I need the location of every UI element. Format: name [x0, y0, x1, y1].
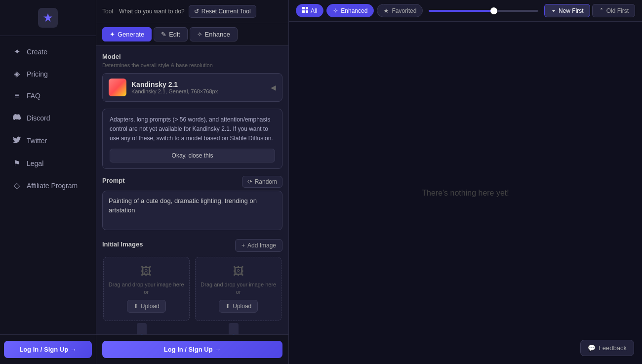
model-section-sublabel: Determines the overall style & base reso… [102, 62, 282, 68]
close-warning-button[interactable]: Okay, close this [110, 149, 275, 162]
sidebar: ✦ Create ◈ Pricing ≡ FAQ Discord [0, 0, 96, 364]
upload-btn-label-1: Upload [141, 303, 160, 310]
upload-btn-icon-1: ⬆ [133, 303, 138, 310]
svg-rect-1 [306, 7, 308, 9]
image-slot-1: 🖼 Drag and drop your image here or ⬆ Upl… [102, 257, 191, 334]
slider-container [426, 10, 541, 12]
legal-icon: ⚑ [12, 159, 22, 168]
right-content: There's nothing here yet! [289, 22, 642, 364]
sidebar-item-label-twitter: Twitter [27, 137, 47, 145]
model-card[interactable]: Kandinsky 2.1 Kandinsky 2.1, General, 76… [102, 73, 282, 102]
sidebar-item-pricing[interactable]: ◈ Pricing [4, 63, 92, 84]
model-section: Model Determines the overall style & bas… [102, 53, 282, 102]
main-login-label: Log In / Sign Up → [164, 346, 221, 353]
warning-text: Adapters, long prompts (> 56 words), and… [110, 116, 273, 142]
add-image-label: Add Image [247, 242, 276, 249]
filter-favorited-label: Favorited [392, 7, 416, 14]
sidebar-item-label-faq: FAQ [27, 92, 40, 100]
model-arrow-icon: ◀ [271, 83, 276, 91]
enhance-icon: ✧ [197, 31, 202, 38]
tab-generate[interactable]: ✦ Generate [102, 27, 152, 41]
random-icon: ⟳ [247, 178, 252, 185]
upload-button-2[interactable]: ⬆ Upload [219, 300, 258, 313]
pricing-icon: ◈ [12, 69, 22, 79]
tab-enhance[interactable]: ✧ Enhance [190, 27, 238, 41]
favorited-icon: ★ [383, 7, 389, 14]
prompt-header: Prompt ⟳ Random [102, 176, 282, 188]
image-slots: 🖼 Drag and drop your image here or ⬆ Upl… [102, 257, 282, 334]
feedback-button[interactable]: 💬 Feedback [580, 340, 634, 356]
sidebar-login-button[interactable]: Log In / Sign Up → [4, 341, 92, 358]
upload-or-text-1: or [144, 288, 149, 296]
main-panel-bottom: Log In / Sign Up → [96, 334, 288, 364]
upload-area-1[interactable]: 🖼 Drag and drop your image here or ⬆ Upl… [103, 257, 190, 322]
slot-slider-1[interactable] [137, 323, 147, 334]
sidebar-item-twitter[interactable]: Twitter [4, 130, 92, 152]
sidebar-item-faq[interactable]: ≡ FAQ [4, 85, 92, 106]
sidebar-logo [0, 0, 96, 36]
edit-label: Edit [169, 31, 180, 38]
affiliate-icon: ◇ [12, 181, 22, 190]
model-detail: Kandinsky 2.1, General, 768×768px [131, 88, 218, 94]
upload-area-2[interactable]: 🖼 Drag and drop your image here or ⬆ Upl… [195, 257, 281, 322]
sidebar-item-legal[interactable]: ⚑ Legal [4, 153, 92, 174]
main-login-button[interactable]: Log In / Sign Up → [102, 341, 282, 358]
model-avatar [109, 79, 126, 96]
sidebar-item-label-legal: Legal [27, 160, 43, 167]
initial-images-header: Initial Images + Add Image [102, 239, 282, 252]
sort-old-icon [599, 7, 604, 14]
sidebar-item-discord[interactable]: Discord [4, 107, 92, 129]
prompt-label: Prompt [102, 177, 125, 184]
random-label: Random [255, 178, 277, 185]
reset-tool-button[interactable]: ↺ Reset Current Tool [189, 5, 256, 18]
upload-or-text-2: or [236, 288, 241, 296]
sort-old-first[interactable]: Old First [592, 4, 635, 17]
app-logo-icon [38, 8, 58, 28]
warning-box: Adapters, long prompts (> 56 words), and… [102, 109, 282, 169]
add-image-button[interactable]: + Add Image [235, 239, 282, 252]
prompt-input[interactable]: Painting of a cute dog, dramatic lightin… [102, 191, 282, 230]
sort-new-first[interactable]: New First [544, 4, 590, 17]
sort-new-label: New First [559, 7, 584, 14]
sidebar-item-label-create: Create [27, 48, 47, 56]
feedback-label: Feedback [599, 344, 627, 352]
zoom-slider[interactable] [429, 10, 538, 12]
model-info: Kandinsky 2.1 Kandinsky 2.1, General, 76… [131, 81, 218, 94]
main-panel: Tool What do you want to do? ↺ Reset Cur… [96, 0, 289, 364]
right-panel: All ✧ Enhanced ★ Favorited New First [289, 0, 642, 364]
upload-drag-text-1: Drag and drop your image here [109, 281, 184, 288]
model-section-label: Model [102, 53, 282, 60]
slider-row-1: 1.0 [102, 323, 191, 334]
close-warning-label: Okay, close this [172, 152, 213, 159]
sidebar-item-affiliate[interactable]: ◇ Affiliate Program [4, 175, 92, 196]
sort-chips: New First Old First [544, 4, 635, 17]
discord-icon [12, 113, 22, 123]
tab-edit[interactable]: ✎ Edit [154, 27, 187, 41]
upload-icon-1: 🖼 [141, 265, 152, 278]
image-slot-2: 🖼 Drag and drop your image here or ⬆ Upl… [195, 257, 283, 334]
twitter-icon [12, 136, 22, 146]
sidebar-bottom: Log In / Sign Up → [0, 334, 96, 364]
filter-all-label: All [311, 7, 317, 14]
generate-icon: ✦ [110, 31, 115, 38]
all-icon [302, 7, 308, 14]
random-button[interactable]: ⟳ Random [242, 176, 282, 188]
enhance-label: Enhance [205, 31, 230, 38]
faq-icon: ≡ [12, 91, 22, 100]
enhanced-icon: ✧ [333, 7, 338, 14]
upload-button-1[interactable]: ⬆ Upload [127, 300, 166, 313]
filter-favorited[interactable]: ★ Favorited [377, 4, 423, 17]
sort-old-label: Old First [606, 7, 629, 14]
sidebar-item-label-pricing: Pricing [27, 70, 48, 78]
filter-all[interactable]: All [296, 4, 323, 17]
filter-enhanced[interactable]: ✧ Enhanced [326, 4, 374, 17]
svg-rect-0 [302, 7, 305, 9]
sidebar-item-create[interactable]: ✦ Create [4, 41, 92, 62]
reset-label: Reset Current Tool [201, 8, 251, 15]
slot-slider-2[interactable] [229, 323, 239, 334]
upload-icon-2: 🖼 [233, 265, 244, 278]
panel-content: Model Determines the overall style & bas… [96, 46, 288, 334]
svg-rect-2 [302, 10, 305, 13]
filter-enhanced-label: Enhanced [341, 7, 367, 14]
right-toolbar: All ✧ Enhanced ★ Favorited New First [289, 0, 642, 22]
